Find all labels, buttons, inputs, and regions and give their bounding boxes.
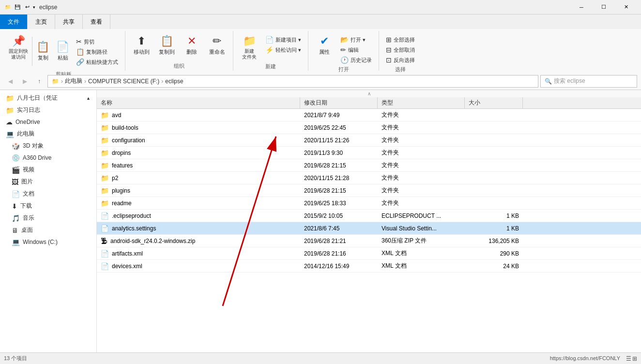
divider xyxy=(32,37,32,66)
table-row[interactable]: 📁p22020/11/15 21:28文件夹 xyxy=(97,172,641,184)
address-path[interactable]: 📁 › 此电脑 › COMPUTER SCIENCE (F:) › eclips… xyxy=(47,75,538,88)
copy-path-icon: 📋 xyxy=(76,48,84,56)
sidebar-item-label-9: 文档 xyxy=(23,190,34,198)
maximize-button[interactable]: ☐ xyxy=(593,0,615,15)
delete-icon: ✕ xyxy=(187,35,196,47)
header-size[interactable]: 大小 xyxy=(465,97,523,108)
move-to-button[interactable]: ⬆ 移动到 xyxy=(129,33,153,58)
table-row[interactable]: 🗜android-sdk_r24.0.2-windows.zip2019/6/2… xyxy=(97,235,641,247)
select-items: ⊞全部选择 ⊟全部取消 ⊡反向选择 xyxy=(383,31,418,65)
up-button[interactable]: ↑ xyxy=(33,75,46,88)
invert-selection-button[interactable]: ⊡反向选择 xyxy=(383,55,418,65)
table-row[interactable]: 📁dropins2019/11/3 9:30文件夹 xyxy=(97,147,641,159)
sidebar-item-label-3: OneDrive xyxy=(15,119,40,125)
grid-view-icon[interactable]: ⊞ xyxy=(632,355,637,362)
sidebar-item-music[interactable]: 🎵 音乐 xyxy=(0,212,96,224)
search-box[interactable]: 🔍 搜索 eclipse xyxy=(540,75,637,88)
delete-button[interactable]: ✕ 删除 xyxy=(180,33,204,58)
sidebar-item-pictures[interactable]: 🖼 图片 xyxy=(0,176,96,188)
sidebar-item-onedrive[interactable]: ☁ OneDrive xyxy=(0,116,96,128)
header-type[interactable]: 类型 xyxy=(378,97,465,108)
pin-button[interactable]: 📌 固定到快速访问 xyxy=(6,33,31,62)
delete-label: 删除 xyxy=(186,48,197,56)
back-button[interactable]: ◀ xyxy=(4,75,16,88)
copy-path-button[interactable]: 📋复制路径 xyxy=(73,47,121,57)
file-icon: 🗜 xyxy=(101,237,107,245)
sidebar-item-desktop[interactable]: 🖥 桌面 xyxy=(0,224,96,236)
forward-button[interactable]: ▶ xyxy=(18,75,31,88)
file-icon: 📁 xyxy=(101,199,109,207)
title-bar-title: eclipse xyxy=(39,4,57,11)
status-url: https://blog.csdn.net/FCONLY xyxy=(550,355,620,362)
path-segment-computer[interactable]: 此电脑 xyxy=(65,77,82,85)
sidebar-item-3d[interactable]: 🎲 3D 对象 xyxy=(0,140,96,152)
path-segment-eclipse[interactable]: eclipse xyxy=(165,78,183,85)
file-date: 2020/11/15 21:28 xyxy=(300,172,378,184)
invert-label: 反向选择 xyxy=(394,57,415,64)
deselect-all-button[interactable]: ⊟全部取消 xyxy=(383,45,418,55)
select-label: 选择 xyxy=(395,65,406,74)
paste-button[interactable]: 📄 粘贴 xyxy=(53,35,72,67)
list-view-icon[interactable]: ☰ xyxy=(626,355,631,362)
select-all-button[interactable]: ⊞全部选择 xyxy=(383,35,418,45)
table-row[interactable]: 📁avd2021/8/7 9:49文件夹 xyxy=(97,109,641,121)
file-size xyxy=(465,172,523,184)
sidebar-item-winc[interactable]: 💻 Windows (C:) xyxy=(0,236,96,248)
file-type: 文件夹 xyxy=(378,172,465,184)
rename-button[interactable]: ✏ 重命名 xyxy=(205,33,229,58)
history-button[interactable]: 🕐历史记录 xyxy=(337,55,375,65)
tab-share[interactable]: 共享 xyxy=(55,15,83,29)
sidebar-item-video[interactable]: 🎬 视频 xyxy=(0,164,96,176)
deselect-all-label: 全部取消 xyxy=(394,46,415,54)
sidebar-item-downloads[interactable]: ⬇ 下载 xyxy=(0,200,96,212)
easy-access-button[interactable]: ⚡轻松访问 ▾ xyxy=(262,45,304,55)
table-row[interactable]: 📄.eclipseproduct2015/9/2 10:05ECLIPSEPRO… xyxy=(97,210,641,222)
minimize-button[interactable]: ─ xyxy=(570,0,593,15)
file-name: plugins xyxy=(112,187,130,194)
table-row[interactable]: 📁build-tools2019/6/25 22:45文件夹 xyxy=(97,121,641,134)
sidebar-item-docs[interactable]: 📄 文档 xyxy=(0,188,96,200)
copy-to-button[interactable]: 📋 复制到 xyxy=(154,33,179,58)
sidebar-item-aug7[interactable]: 📁 八月七日（凭证 ▲ xyxy=(0,92,96,104)
paste-shortcut-label: 粘贴快捷方式 xyxy=(86,59,118,66)
select-all-label: 全部选择 xyxy=(394,36,415,44)
file-size: 1 KB xyxy=(465,222,523,234)
sidebar-item-thispc[interactable]: 💻 此电脑 xyxy=(0,128,96,140)
header-name[interactable]: 名称 xyxy=(97,97,300,108)
organize-items: ⬆ 移动到 📋 复制到 ✕ 删除 ✏ 重命名 xyxy=(129,31,229,61)
table-row[interactable]: 📁configuration2020/11/15 21:26文件夹 xyxy=(97,134,641,147)
sidebar-item-a360[interactable]: 💿 A360 Drive xyxy=(0,152,96,164)
sort-indicator: ∧ xyxy=(367,91,371,96)
open-icon: 📂 xyxy=(340,36,349,44)
file-size xyxy=(465,134,523,146)
tab-home[interactable]: 主页 xyxy=(28,15,55,29)
sidebar-item-label-11: 音乐 xyxy=(23,214,34,222)
file-list-header: 名称 修改日期 类型 大小 xyxy=(97,97,641,109)
table-row[interactable]: 📄devices.xml2014/12/16 15:49XML 文档24 KB xyxy=(97,260,641,273)
easy-access-label: 轻松访问 ▾ xyxy=(275,46,301,54)
open-button[interactable]: 📂打开 ▾ xyxy=(337,35,375,45)
copy-button[interactable]: 📋 复制 xyxy=(33,35,52,67)
table-row[interactable]: 📄artifacts.xml2019/6/28 21:16XML 文档290 K… xyxy=(97,247,641,260)
table-row[interactable]: 📁features2019/6/28 21:15文件夹 xyxy=(97,159,641,172)
table-row[interactable]: 📄analytics.settings2021/8/6 7:45Visual S… xyxy=(97,222,641,235)
dropdown-icon[interactable]: ▾ xyxy=(33,5,35,10)
table-row[interactable]: 📁plugins2019/6/28 21:15文件夹 xyxy=(97,184,641,197)
path-segment-drive[interactable]: COMPUTER SCIENCE (F:) xyxy=(88,78,159,85)
tab-file[interactable]: 文件 xyxy=(0,15,28,29)
copy-label: 复制 xyxy=(38,54,48,61)
paste-shortcut-button[interactable]: 🔗粘贴快捷方式 xyxy=(73,57,121,67)
new-folder-button[interactable]: 📁 新建文件夹 xyxy=(237,33,261,62)
properties-button[interactable]: ✔ 属性 xyxy=(312,33,336,58)
cut-button[interactable]: ✂剪切 xyxy=(73,37,121,46)
close-button[interactable]: ✕ xyxy=(615,0,637,15)
new-item-button[interactable]: 📄新建项目 ▾ xyxy=(262,35,304,45)
table-row[interactable]: 📁readme2019/6/25 18:33文件夹 xyxy=(97,197,641,210)
header-date[interactable]: 修改日期 xyxy=(300,97,378,108)
file-icon: 📁 xyxy=(101,111,109,119)
edit-button[interactable]: ✏编辑 xyxy=(337,45,375,55)
open-small-buttons: 📂打开 ▾ ✏编辑 🕐历史记录 xyxy=(337,33,375,65)
file-size: 290 KB xyxy=(465,247,523,259)
tab-view[interactable]: 查看 xyxy=(83,15,110,29)
sidebar-item-diary[interactable]: 📁 实习日志 xyxy=(0,104,96,116)
